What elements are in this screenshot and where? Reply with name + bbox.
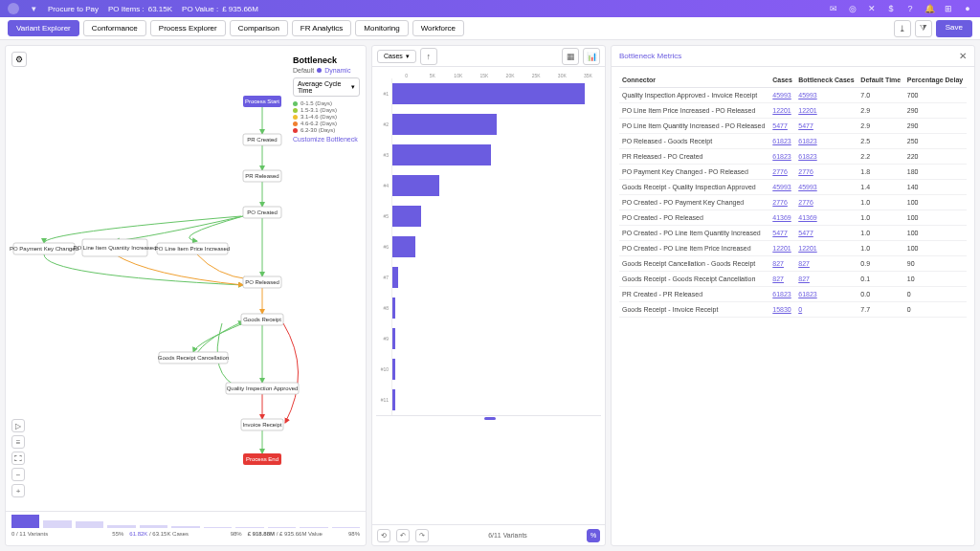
chart-row[interactable]: #10: [376, 354, 601, 385]
tabs-row: Variant Explorer Conformance Process Exp…: [0, 17, 980, 40]
zoom-in-icon[interactable]: +: [11, 484, 25, 497]
chart-row[interactable]: #5: [376, 201, 601, 231]
cases-link[interactable]: 2776: [772, 168, 788, 175]
cell-connector: PO Line Item Price Increased - PO Releas…: [619, 103, 769, 119]
cell-connector: PR Created - PR Released: [619, 287, 769, 302]
logo-icon[interactable]: [8, 3, 19, 14]
chart-row[interactable]: #4: [376, 170, 601, 201]
bcases-link[interactable]: 827: [798, 260, 810, 267]
bcases-link[interactable]: 45993: [798, 184, 816, 190]
close-icon[interactable]: ✕: [959, 51, 967, 61]
bcases-link[interactable]: 2776: [798, 199, 813, 206]
cases-select-label: Cases: [384, 53, 403, 59]
fit-icon[interactable]: ⛶: [11, 452, 25, 465]
bcases-link[interactable]: 45993: [798, 92, 816, 99]
list-icon[interactable]: ≡: [11, 435, 25, 449]
export-icon[interactable]: ⤓: [894, 20, 911, 37]
chart-row[interactable]: #2: [376, 109, 601, 140]
cell-delay: 0: [904, 287, 967, 302]
bcases-link[interactable]: 12201: [798, 107, 816, 114]
bcases-link[interactable]: 0: [798, 306, 802, 313]
tab-fr-analytics[interactable]: FR Analytics: [292, 20, 351, 36]
chevron-down-icon[interactable]: ▾: [29, 4, 38, 13]
cases-select[interactable]: Cases▾: [377, 50, 416, 63]
col-cases[interactable]: Cases: [769, 73, 795, 88]
chart-row[interactable]: #1: [376, 78, 601, 109]
shuffle-icon[interactable]: ✕: [867, 4, 877, 13]
cases-link[interactable]: 5477: [772, 230, 788, 236]
cases-link[interactable]: 12201: [772, 245, 791, 252]
chart-row[interactable]: #9: [376, 323, 601, 354]
svg-text:Invoice Receipt: Invoice Receipt: [242, 422, 281, 428]
mail-icon[interactable]: ✉: [829, 4, 838, 13]
cases-link[interactable]: 61823: [772, 153, 791, 160]
play-icon[interactable]: ▷: [11, 419, 25, 432]
tab-monitoring[interactable]: Monitoring: [355, 20, 408, 36]
table-row: PO Created - PO Released 41369 41369 1.0…: [619, 210, 967, 226]
bcases-link[interactable]: 61823: [798, 291, 816, 298]
bcases-link[interactable]: 5477: [798, 122, 813, 129]
cases-link[interactable]: 2776: [772, 199, 788, 206]
apps-icon[interactable]: ⊞: [944, 4, 953, 13]
redo-icon[interactable]: ↷: [415, 529, 429, 542]
cases-link[interactable]: 15830: [772, 306, 791, 313]
col-percentage-delay[interactable]: Percentage Delay: [904, 73, 967, 88]
save-button[interactable]: Save: [936, 20, 972, 37]
tab-variant-explorer[interactable]: Variant Explorer: [8, 20, 79, 36]
sort-icon[interactable]: ↑: [420, 48, 437, 65]
percent-toggle[interactable]: %: [587, 529, 600, 542]
cases-link[interactable]: 61823: [772, 291, 791, 298]
refresh-icon[interactable]: ⟲: [377, 529, 390, 542]
variant-bars[interactable]: [11, 515, 360, 528]
cycle-time-select[interactable]: Average Cycle Time ▾: [293, 77, 360, 97]
cases-link[interactable]: 61.82K: [129, 531, 147, 537]
chart-view-icon[interactable]: 📊: [583, 48, 600, 65]
table-row: PO Released - Goods Receipt 61823 61823 …: [619, 134, 967, 149]
bcases-link[interactable]: 5477: [798, 230, 813, 236]
chart-bar: [392, 298, 395, 319]
cases-link[interactable]: 827: [772, 276, 784, 282]
customize-bottleneck-link[interactable]: Customize Bottleneck: [293, 136, 360, 143]
col-default-time[interactable]: Default Time: [858, 73, 903, 88]
cases-link[interactable]: 45993: [772, 92, 791, 99]
chart-row[interactable]: #8: [376, 293, 601, 323]
cases-link[interactable]: 61823: [772, 138, 791, 144]
breadcrumb[interactable]: Procure to Pay: [48, 5, 99, 13]
dollar-icon[interactable]: $: [886, 4, 896, 13]
chart-row[interactable]: #11: [376, 385, 601, 415]
tab-process-explorer[interactable]: Process Explorer: [150, 20, 226, 36]
cell-delay: 100: [904, 241, 967, 256]
bcases-link[interactable]: 827: [798, 276, 810, 282]
tab-workforce[interactable]: Workforce: [412, 20, 464, 36]
chart-scroll[interactable]: [376, 415, 601, 420]
bcases-link[interactable]: 61823: [798, 138, 816, 144]
cases-link[interactable]: 827: [772, 260, 784, 267]
cases-link[interactable]: 12201: [772, 107, 791, 114]
target-icon[interactable]: ◎: [848, 4, 858, 13]
bcases-link[interactable]: 41369: [798, 214, 816, 221]
col-connector[interactable]: Connector: [619, 73, 769, 88]
undo-icon[interactable]: ↶: [396, 529, 410, 542]
chart-row[interactable]: #7: [376, 262, 601, 293]
bcases-link[interactable]: 12201: [798, 245, 816, 252]
chart-row[interactable]: #3: [376, 140, 601, 170]
filter-icon[interactable]: ⧩: [915, 20, 932, 37]
bell-icon[interactable]: 🔔: [924, 4, 934, 13]
tab-conformance[interactable]: Conformance: [83, 20, 146, 36]
bcases-link[interactable]: 61823: [798, 153, 816, 160]
user-icon[interactable]: ●: [963, 4, 972, 13]
bcases-link[interactable]: 2776: [798, 168, 813, 175]
chart-row[interactable]: #6: [376, 231, 601, 262]
cases-link[interactable]: 5477: [772, 122, 788, 129]
zoom-out-icon[interactable]: −: [11, 468, 25, 481]
chart-ylabel: #11: [376, 397, 391, 403]
variant-bar-chart[interactable]: 05K10K15K20K25K30K35K #1#2#3#4#5#6#7#8#9…: [372, 67, 605, 524]
grid-view-icon[interactable]: ▦: [562, 48, 579, 65]
help-icon[interactable]: ?: [905, 4, 915, 13]
cases-link[interactable]: 41369: [772, 214, 791, 221]
value-current: £ 918.88M: [248, 531, 275, 537]
cases-link[interactable]: 45993: [772, 184, 791, 190]
chart-ylabel: #6: [376, 244, 391, 250]
tab-comparison[interactable]: Comparison: [230, 20, 288, 36]
col-bottleneck-cases[interactable]: Bottleneck Cases: [795, 73, 858, 88]
